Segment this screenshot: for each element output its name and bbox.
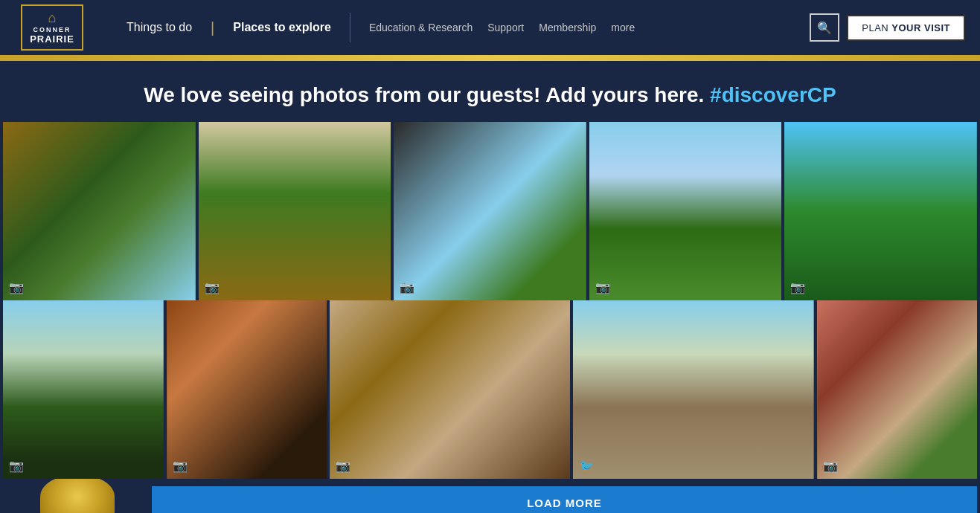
photo-barn-door <box>394 122 586 300</box>
load-more-button[interactable]: LOAD MORE <box>152 486 977 513</box>
instagram-icon: 📷 <box>9 459 24 473</box>
photo-colonial-woman <box>330 300 570 479</box>
nav-things-to-do[interactable]: Things to do <box>112 0 207 55</box>
plan-visit-label: YOUR VISIT <box>891 22 950 33</box>
logo-box[interactable]: ⌂ CONNER PRAIRIE <box>0 0 104 55</box>
logo: ⌂ CONNER PRAIRIE <box>21 4 83 51</box>
load-more-label: LOAD MORE <box>527 497 602 509</box>
photo-item[interactable]: 📷 <box>784 122 977 300</box>
photo-child-brick-wall <box>817 300 978 479</box>
photo-item[interactable]: 📷 <box>3 300 164 479</box>
photo-window-field <box>3 122 196 300</box>
badge-circle <box>40 474 115 513</box>
plan-your-label: PLAN <box>862 22 891 33</box>
photo-landscape-dark <box>3 300 164 479</box>
nav-divider: | <box>211 19 214 36</box>
nav-support[interactable]: Support <box>480 22 531 33</box>
nav-secondary: Education & Research Support Membership … <box>350 13 642 42</box>
gold-bar <box>0 55 980 61</box>
instagram-icon: 📷 <box>595 280 610 294</box>
instagram-icon: 📷 <box>173 459 188 473</box>
photo-item[interactable]: 📷 <box>394 122 586 300</box>
twitter-icon: 🐦 <box>579 459 594 473</box>
nav-more[interactable]: more <box>603 22 642 33</box>
bottom-badge-area <box>3 482 152 513</box>
photo-grid-row1: 📷 📷 📷 📷 📷 <box>0 122 980 300</box>
hero-hashtag[interactable]: #discoverCP <box>704 83 836 106</box>
hero-main-text: We love seeing photos from our guests! A… <box>144 83 704 106</box>
photo-item[interactable]: 📷 <box>3 122 196 300</box>
logo-icon: ⌂ <box>48 10 57 25</box>
photo-item[interactable]: 📷 <box>817 300 978 479</box>
instagram-icon: 📷 <box>9 280 24 294</box>
instagram-icon: 📷 <box>400 280 414 294</box>
navbar: ⌂ CONNER PRAIRIE Things to do | Places t… <box>0 0 980 55</box>
photo-item[interactable]: 📷 <box>167 300 327 479</box>
nav-membership[interactable]: Membership <box>531 22 603 33</box>
logo-text-top: CONNER <box>30 26 74 33</box>
photo-spinning-wheel <box>167 300 327 479</box>
load-more-container: LOAD MORE <box>152 483 977 513</box>
instagram-icon: 📷 <box>790 280 805 294</box>
nav-places-to-explore[interactable]: Places to explore <box>218 0 346 55</box>
instagram-icon: 📷 <box>823 459 838 473</box>
photo-grid-row2: 📷 📷 📷 🐦 📷 <box>0 300 980 482</box>
search-button[interactable]: 🔍 <box>810 13 839 42</box>
nav-education[interactable]: Education & Research <box>362 22 480 33</box>
instagram-icon: 📷 <box>336 459 350 473</box>
logo-text-bottom: PRAIRIE <box>30 33 74 45</box>
hero-section: We love seeing photos from our guests! A… <box>0 61 980 122</box>
photo-brick-house <box>573 300 813 479</box>
photo-item[interactable]: 🐦 <box>573 300 813 479</box>
instagram-icon: 📷 <box>205 280 220 294</box>
search-icon: 🔍 <box>817 21 832 35</box>
photo-item[interactable]: 📷 <box>589 122 782 300</box>
photo-cornfield <box>589 122 782 300</box>
nav-actions: 🔍 PLAN YOUR VISIT <box>810 13 980 42</box>
photo-child-field <box>199 122 391 300</box>
photo-woman-field <box>784 122 977 300</box>
photo-item[interactable]: 📷 <box>199 122 391 300</box>
nav-main: Things to do | Places to explore Educati… <box>104 0 810 55</box>
plan-visit-button[interactable]: PLAN YOUR VISIT <box>847 15 965 41</box>
nav-primary: Things to do | Places to explore <box>104 0 346 55</box>
photo-item[interactable]: 📷 <box>330 300 570 479</box>
